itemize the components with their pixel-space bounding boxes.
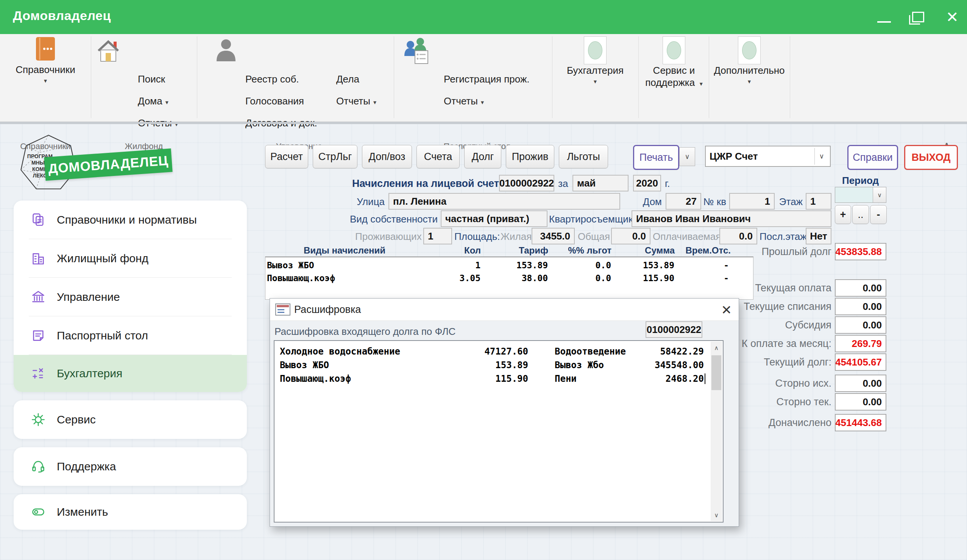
- book-icon: [35, 36, 56, 62]
- year-field[interactable]: 2020: [633, 175, 661, 191]
- dropdown-arrow-icon: ▾: [165, 99, 168, 105]
- debt-item-value: 47127.60: [437, 346, 528, 357]
- sidebar-item-buhgalteriya[interactable]: Бухгалтерия: [14, 355, 247, 392]
- month-field[interactable]: май: [573, 175, 629, 191]
- charges-header-off: Врем.Отс.: [682, 245, 731, 256]
- sidebar-item-zhilfond[interactable]: Жилищный фонд: [14, 239, 247, 277]
- charges-table: Вывоз ЖБО 1 153.89 0.0 153.89 - Повышающ…: [265, 257, 754, 300]
- apt-field[interactable]: 1: [729, 193, 775, 210]
- house-field[interactable]: 27: [666, 193, 701, 210]
- dropdown-arrow-icon: ▾: [555, 78, 635, 85]
- current-writeoffs-field[interactable]: 0.00: [835, 298, 886, 315]
- prozhiv-button[interactable]: Прожив: [506, 145, 554, 168]
- dialog-account-field[interactable]: 0100002922: [645, 321, 702, 338]
- scrollbar-thumb[interactable]: [711, 355, 721, 390]
- restore-button[interactable]: [905, 0, 931, 34]
- storno-cur-field[interactable]: 0.00: [835, 393, 886, 410]
- ribbon-item-dela[interactable]: Дела: [336, 73, 359, 85]
- last-floor-field[interactable]: Нет: [806, 228, 832, 244]
- ribbon-divider: [197, 36, 197, 118]
- documents-icon: [31, 212, 45, 227]
- sidebar-item-servis[interactable]: Сервис: [14, 400, 247, 439]
- prev-debt-field[interactable]: -453835.88: [835, 243, 886, 260]
- placeholder-image-icon: [738, 36, 761, 64]
- ribbon-group-servis-button[interactable]: Сервис и поддержка ▾: [640, 36, 707, 89]
- sidebar-item-upravlenie[interactable]: Управление: [14, 278, 247, 316]
- ribbon-divider: [91, 36, 91, 118]
- subsidy-field[interactable]: 0.00: [835, 316, 886, 334]
- account-number-field[interactable]: 0100002922: [499, 175, 554, 191]
- title-bar: Домовладелец ✕: [0, 0, 967, 34]
- debt-item-value: 58422.29: [610, 346, 704, 357]
- residents-field[interactable]: 1: [423, 228, 452, 244]
- period-dots-button[interactable]: ..: [852, 205, 869, 224]
- ribbon-divider: [790, 36, 790, 118]
- ribbon-button-label: Справочники: [15, 64, 75, 75]
- street-field[interactable]: пл. Ленина: [388, 193, 620, 210]
- tenant-field[interactable]: Иванов Иван Иванович: [632, 210, 832, 227]
- charge-row-rate: 38.00: [503, 273, 548, 283]
- restore-icon: [912, 12, 924, 22]
- account-type-combobox[interactable]: ЦЖР Счет ∨: [705, 146, 831, 167]
- lgoty-button[interactable]: Льготы: [559, 145, 608, 168]
- scheta-button[interactable]: Счета: [416, 145, 460, 168]
- storno-out-field[interactable]: 0.00: [835, 375, 886, 392]
- scroll-down-icon[interactable]: ∨: [711, 509, 722, 521]
- exit-button[interactable]: ВЫХОД: [904, 145, 958, 170]
- living-area-field[interactable]: 3455.0: [531, 228, 575, 244]
- scrollbar[interactable]: ∧ ∨: [711, 342, 722, 521]
- ribbon-item-golosovaniya[interactable]: Голосования: [245, 96, 304, 107]
- floor-field[interactable]: 1: [806, 193, 832, 210]
- print-dropdown-button[interactable]: ∨: [679, 147, 695, 166]
- sidebar-item-izmenit[interactable]: Изменить: [14, 494, 247, 530]
- storno-out-label: Сторно исх.: [734, 378, 832, 389]
- dropdown-arrow-icon: ▾: [373, 99, 376, 105]
- sidebar-item-spravochniki[interactable]: Справочники и нормативы: [14, 201, 247, 239]
- ribbon-item-registratsiya[interactable]: Регистрация прож.: [444, 73, 530, 85]
- ribbon-item-poisk[interactable]: Поиск: [138, 73, 165, 85]
- common-area-label: Общая: [578, 231, 610, 242]
- ribbon-item-reestr[interactable]: Реестр соб.: [245, 73, 299, 85]
- sidebar-item-podderzhka[interactable]: Поддержка: [14, 447, 247, 486]
- month-due-field[interactable]: 269.79: [835, 335, 886, 352]
- ribbon-divider: [709, 36, 709, 118]
- ownership-field[interactable]: частная (приват.): [441, 210, 548, 227]
- print-button[interactable]: Печать: [633, 145, 679, 170]
- raschet-button[interactable]: Расчет: [265, 145, 308, 168]
- ribbon-item-otchety-upravlenie[interactable]: Отчеты▾: [336, 96, 376, 107]
- charge-row-off: -: [682, 260, 729, 270]
- period-minus-button[interactable]: -: [870, 205, 887, 224]
- dialog-title: Расшифровка: [294, 304, 361, 316]
- ribbon-divider: [639, 36, 639, 118]
- accrued-field[interactable]: 451443.68: [835, 414, 886, 432]
- ribbon-group-spravochniki-button[interactable]: Справочники ▾: [8, 36, 83, 84]
- debt-breakdown-list[interactable]: Холодное водоснабжение 47127.60 Водоотве…: [274, 340, 724, 522]
- ribbon-item-doma[interactable]: Дома▾: [138, 96, 168, 107]
- charges-header-sum: Сумма: [629, 245, 675, 256]
- current-payment-field[interactable]: 0.00: [835, 279, 886, 296]
- payable-area-field[interactable]: 0.0: [719, 228, 757, 244]
- spravki-button[interactable]: Справки: [847, 145, 898, 170]
- close-button[interactable]: ✕: [939, 0, 965, 34]
- sidebar-item-pasportny-stol[interactable]: Паспортный стол: [14, 316, 247, 354]
- ribbon-item-otchety-pasport[interactable]: Отчеты▾: [444, 96, 484, 107]
- strlg-button[interactable]: СтрЛьг: [313, 145, 357, 168]
- dropdown-arrow-icon: ▾: [710, 78, 788, 85]
- debt-item-value: 153.89: [437, 360, 528, 371]
- ribbon-group-dopolnitelno-button[interactable]: Дополнительно ▾: [710, 36, 788, 85]
- storno-cur-label: Сторно тек.: [734, 396, 832, 408]
- dolg-button[interactable]: Долг: [464, 145, 501, 168]
- current-debt-field[interactable]: 454105.67: [835, 353, 886, 371]
- period-plus-button[interactable]: +: [835, 205, 851, 224]
- dialog-close-button[interactable]: ✕: [721, 302, 732, 318]
- period-combobox[interactable]: ∨: [835, 187, 886, 203]
- scroll-up-icon[interactable]: ∧: [711, 342, 722, 354]
- sidebar-edit-card: Изменить: [14, 494, 247, 530]
- building-icon: [31, 251, 45, 266]
- common-area-field[interactable]: 0.0: [611, 228, 650, 244]
- dialog-title-bar[interactable]: Расшифровка ✕: [270, 298, 739, 321]
- ribbon-group-buhgalteriya-button[interactable]: Бухгалтерия ▾: [555, 36, 635, 85]
- minimize-button[interactable]: [871, 0, 897, 34]
- za-label: за: [558, 178, 568, 189]
- dopvoz-button[interactable]: Доп/воз: [362, 145, 412, 168]
